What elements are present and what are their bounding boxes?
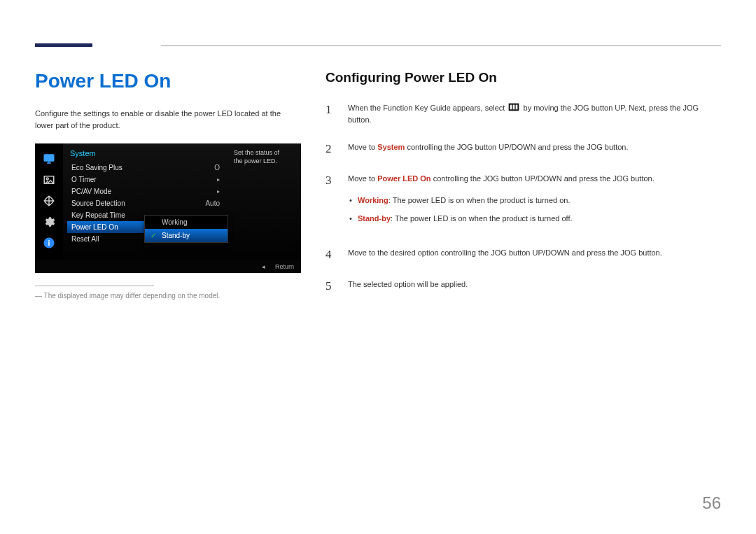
osd-footer-return: Return — [275, 263, 294, 270]
steps-list: 1When the Function Key Guide appears, se… — [326, 101, 721, 295]
step-body: Move to the desired option controlling t… — [348, 246, 721, 264]
step-number: 5 — [326, 277, 335, 295]
osd-row-label: Reset All — [71, 235, 99, 243]
chevron-right-icon: ▸ — [217, 188, 220, 195]
chevron-right-icon: ▸ — [217, 176, 220, 183]
highlight-term: Working — [358, 196, 388, 204]
bullet-item: Stand-by: The power LED is on when the p… — [348, 213, 721, 225]
highlight-term: System — [377, 143, 405, 151]
header-accent-bar — [35, 43, 92, 47]
svg-text:i: i — [48, 239, 50, 247]
osd-row-label: Key Repeat Time — [71, 211, 125, 219]
info-icon: i — [42, 236, 56, 250]
osd-row-label: O Timer — [71, 176, 97, 183]
highlight-term: Stand-by — [358, 214, 391, 223]
step-item: 2Move to System controlling the JOG butt… — [326, 140, 721, 158]
svg-rect-0 — [44, 155, 54, 161]
footnote-text: The displayed image may differ depending… — [35, 292, 301, 300]
footnote-rule — [35, 286, 154, 286]
osd-footer: ◂ Return — [35, 260, 301, 273]
step-body: The selected option will be applied. — [348, 277, 721, 295]
section-title: Power LED On — [35, 70, 301, 92]
osd-row-label: Eco Saving Plus — [71, 164, 122, 171]
step-number: 4 — [326, 246, 335, 264]
step-body: When the Function Key Guide appears, sel… — [348, 101, 721, 126]
left-column: Power LED On Configure the settings to e… — [35, 70, 301, 309]
step-item: 5The selected option will be applied. — [326, 277, 721, 295]
osd-screenshot: i System Eco Saving PlusOO Timer▸PC/AV M… — [35, 143, 301, 273]
osd-footer-nav-icon: ◂ — [262, 263, 265, 270]
osd-menu: System Eco Saving PlusOO Timer▸PC/AV Mod… — [63, 143, 231, 273]
osd-menu-row: PC/AV Mode▸ — [67, 185, 224, 197]
step-number: 1 — [326, 101, 335, 126]
osd-main: System Eco Saving PlusOO Timer▸PC/AV Mod… — [63, 143, 301, 273]
osd-menu-title: System — [67, 148, 224, 162]
osd-menu-row: Eco Saving PlusO — [67, 162, 224, 174]
svg-rect-6 — [510, 105, 512, 110]
svg-point-2 — [46, 178, 48, 180]
svg-rect-8 — [516, 105, 518, 110]
step-item: 1When the Function Key Guide appears, se… — [326, 101, 721, 126]
osd-submenu-row: Working — [145, 216, 227, 229]
osd-row-value: Auto — [205, 199, 220, 207]
subheading: Configuring Power LED On — [326, 70, 721, 85]
osd-row-label: PC/AV Mode — [71, 188, 111, 195]
right-column: Configuring Power LED On 1When the Funct… — [326, 70, 721, 309]
page-content: Power LED On Configure the settings to e… — [35, 70, 721, 309]
step-number: 3 — [326, 171, 335, 232]
intro-text: Configure the settings to enable or disa… — [35, 108, 301, 131]
osd-submenu-label: Working — [162, 218, 188, 226]
picture-icon — [42, 173, 56, 187]
highlight-term: Power LED On — [377, 174, 430, 183]
osd-sidebar: i — [35, 143, 63, 273]
check-icon: ✓ — [150, 232, 158, 239]
step-item: 3Move to Power LED On controlling the JO… — [326, 171, 721, 232]
menu-square-icon — [508, 103, 519, 115]
osd-row-value: O — [214, 164, 220, 171]
header-rule — [161, 45, 721, 46]
bullet-item: Working: The power LED is on when the pr… — [348, 195, 721, 206]
page-number: 56 — [702, 493, 721, 513]
osd-submenu-label: Stand-by — [162, 232, 190, 239]
step-body: Move to Power LED On controlling the JOG… — [348, 171, 721, 232]
osd-help-text: Set the status of the power LED. — [231, 143, 294, 273]
osd-submenu: Working✓Stand-by — [144, 215, 228, 243]
osd-menu-row: O Timer▸ — [67, 174, 224, 185]
osd-row-label: Power LED On — [71, 223, 118, 231]
gear-icon — [42, 215, 56, 229]
arrows-icon — [42, 194, 56, 208]
monitor-icon — [42, 152, 56, 166]
svg-rect-7 — [513, 105, 515, 110]
step-item: 4Move to the desired option controlling … — [326, 246, 721, 264]
osd-menu-row: Source DetectionAuto — [67, 197, 224, 209]
osd-row-label: Source Detection — [71, 199, 125, 207]
step-body: Move to System controlling the JOG butto… — [348, 140, 721, 158]
bullet-list: Working: The power LED is on when the pr… — [348, 195, 721, 225]
step-number: 2 — [326, 140, 335, 158]
osd-submenu-row: ✓Stand-by — [145, 229, 227, 242]
